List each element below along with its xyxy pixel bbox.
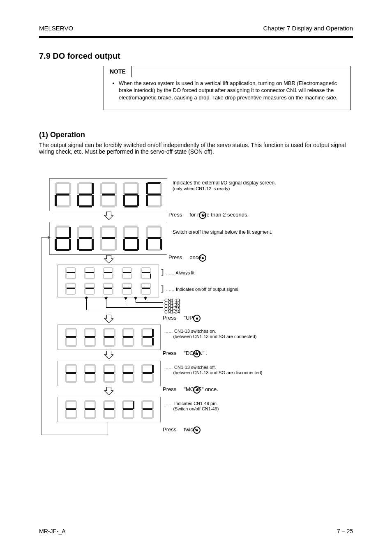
svg-marker-4 <box>104 387 113 395</box>
press-mode: Press "MODE" once. <box>163 386 218 392</box>
d6-note: ...... Indicates CN1-49 pin. (Switch on/… <box>164 401 296 411</box>
block-desc: The output signal can be forcibly switch… <box>39 142 353 155</box>
display-rdof <box>49 178 167 211</box>
note-item: When the servo system is used in a verti… <box>119 80 345 101</box>
enter-icon-2 <box>199 254 206 262</box>
display-step5 <box>58 397 161 422</box>
footer-right: 7 – 25 <box>337 528 353 534</box>
press-twice-2: Press twice. <box>163 426 198 433</box>
d1-desc: Indicates the external I/O signal displa… <box>173 180 349 191</box>
note-label: NOTE <box>104 66 132 77</box>
d4-note: ...... CN1-13 switches on. (between CN1-… <box>164 329 296 339</box>
press-once-1: Press once. <box>168 254 203 260</box>
press-hold-1: Press for more than 2 seconds. <box>168 212 249 218</box>
press-down: Press "DOWN" . <box>163 350 208 356</box>
footer-left: MR-JE-_A <box>39 528 66 534</box>
arrow-3 <box>104 315 113 325</box>
svg-marker-3 <box>104 351 113 359</box>
display-doon <box>49 222 167 255</box>
d2-desc: Switch on/off the signal below the lit s… <box>173 229 349 235</box>
d5-note: ...... CN1-13 switches off. (between CN1… <box>164 365 304 375</box>
row-top-note: ] ...... Always lit <box>160 268 194 277</box>
enter-icon <box>199 212 206 219</box>
arrow-5 <box>104 387 113 397</box>
callout-c24: CN1-24 <box>164 309 180 315</box>
svg-marker-1 <box>104 255 113 263</box>
section-title: 7.9 DO forced output <box>39 51 120 61</box>
header-left: MELSERVO <box>39 25 73 32</box>
up-icon <box>193 315 201 322</box>
display-step4 <box>58 361 161 386</box>
svg-marker-0 <box>104 212 113 220</box>
enter-icon-6 <box>193 426 201 434</box>
svg-marker-2 <box>104 315 113 323</box>
arrow-4 <box>104 351 113 361</box>
display-step3 <box>58 325 161 350</box>
arrow-2 <box>104 255 113 265</box>
row-bottom-note: ] ...... Indicates on/off of output sign… <box>160 285 267 293</box>
down-icon <box>193 350 201 357</box>
block-title: (1) Operation <box>39 131 85 139</box>
mode-icon <box>193 386 201 394</box>
display-iomap <box>58 265 159 297</box>
arrow-1 <box>104 212 113 221</box>
header-right: Chapter 7 Display and Operation <box>263 25 353 32</box>
press-up: Press "UP" . <box>163 315 198 321</box>
note-box: NOTE When the servo system is used in a … <box>104 66 351 110</box>
header-rule <box>39 36 353 38</box>
